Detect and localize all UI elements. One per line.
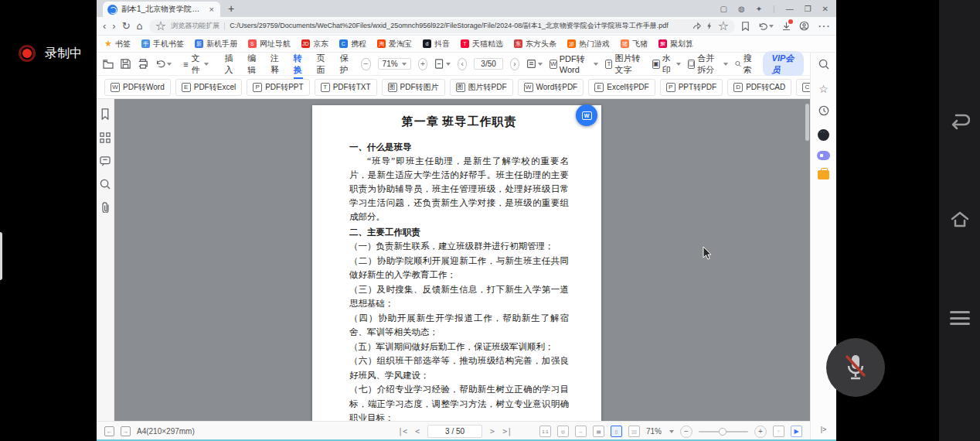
sidebar-star-icon[interactable]: ☆ — [818, 83, 829, 95]
convert-button-8[interactable]: PPPT转PDF — [660, 79, 723, 96]
favorite-star-icon[interactable]: ☆ — [718, 19, 729, 33]
convert-to-word-fab[interactable]: W — [576, 104, 597, 126]
share-icon[interactable] — [692, 22, 701, 30]
convert-button-9[interactable]: DPDF转CAD — [727, 79, 791, 96]
prev-page-icon[interactable]: < — [415, 427, 420, 436]
read-mode-select[interactable] — [526, 59, 543, 69]
bookmark-item-10[interactable]: 游热门游戏 — [567, 39, 610, 50]
fit-width-icon[interactable]: ↔ — [575, 426, 587, 437]
bookmark-panel-icon[interactable] — [100, 108, 111, 123]
games-icon[interactable] — [817, 151, 830, 160]
pdf-menu-tab-0[interactable]: 插入 — [219, 50, 239, 79]
phone-back-button[interactable] — [939, 106, 980, 137]
quick-search[interactable]: 搜索 — [735, 53, 756, 76]
convert-button-1[interactable]: EPDF转Excel — [175, 79, 242, 96]
quick-watermark[interactable]: ▣ 水印 — [652, 53, 681, 76]
edge-swipe-indicator[interactable] — [0, 232, 2, 280]
bookmark-item-7[interactable]: d抖音 — [423, 39, 450, 50]
pdf-menu-tab-5[interactable]: 保护 — [334, 50, 354, 79]
bookmark-item-8[interactable]: T天猫精选 — [461, 39, 503, 50]
autoplay-button[interactable]: ▶ — [791, 426, 802, 437]
zoom-select[interactable]: 71% — [378, 58, 411, 70]
more-menu-icon[interactable]: ··· — [818, 19, 830, 33]
collapse-sidebar-icon[interactable]: |> — [821, 426, 827, 433]
undo-icon[interactable] — [155, 60, 172, 68]
status-zoom-value[interactable]: 71% — [646, 427, 662, 436]
comments-panel-icon[interactable] — [100, 156, 111, 169]
thumbnails-panel-icon[interactable] — [100, 132, 111, 146]
history-undo-icon[interactable] — [758, 22, 774, 30]
bookmark-item-0[interactable]: ★书签 — [104, 39, 131, 50]
minimize-button[interactable]: — — [786, 5, 794, 13]
convert-button-0[interactable]: WPDF转Word — [104, 79, 171, 96]
close-window-button[interactable]: ✕ — [822, 5, 829, 13]
pdf-menu-tab-4[interactable]: 页面 — [311, 50, 332, 79]
convert-button-2[interactable]: PPDF转PPT — [247, 79, 309, 96]
prev-page-circle-icon[interactable]: ‹ — [458, 58, 467, 70]
tab-close-icon[interactable]: × — [208, 5, 216, 14]
convert-button-7[interactable]: EExcel转PDF — [588, 79, 655, 96]
convert-button-5[interactable]: 图图片转PDF — [450, 79, 513, 96]
page-indicator[interactable]: 3/50 — [474, 58, 502, 70]
vertical-scrollbar-thumb[interactable] — [805, 104, 809, 141]
forward-nav-icon[interactable]: › — [112, 21, 115, 31]
maximize-button[interactable]: ❐ — [805, 5, 812, 13]
bookmark-item-1[interactable]: 手手机书签 — [141, 39, 184, 50]
fullscreen-icon[interactable]: ⁘ — [773, 426, 784, 437]
extension-label[interactable]: 浏览器功能扩展 — [171, 21, 219, 31]
status-zoom-out-icon[interactable]: − — [680, 426, 692, 438]
last-page-icon[interactable]: >| — [502, 427, 512, 436]
convert-button-3[interactable]: TPDF转TXT — [315, 79, 377, 96]
address-bar[interactable]: ☆ 浏览器功能扩展 C:/Users/29759/Documents/WeCha… — [149, 19, 735, 33]
back-nav-icon[interactable]: ‹ — [103, 21, 106, 31]
bookmark-item-12[interactable]: 聚聚划算 — [658, 39, 693, 50]
mini-mode-icon[interactable]: ▢ — [720, 5, 726, 13]
zoom-out-icon[interactable]: − — [361, 58, 370, 70]
convert-button-4[interactable]: 图PDF转图片 — [382, 79, 445, 96]
lightning-icon[interactable] — [706, 22, 713, 30]
notification-icon[interactable]: ◍ — [738, 5, 745, 13]
fit-page-icon[interactable]: ◎ — [557, 426, 569, 437]
pdf-menu-tab-3[interactable]: 转换 — [288, 50, 308, 79]
convert-button-6[interactable]: WWord转PDF — [518, 79, 584, 96]
quick-image-to-text[interactable]: T 图片转文字 — [605, 53, 645, 76]
reload-icon[interactable]: ↻ — [122, 21, 131, 31]
vip-member-badge[interactable]: VIP会员 — [763, 51, 804, 77]
sidebar-history-icon[interactable] — [818, 105, 829, 119]
browser-tab[interactable]: 副本1_北京物资学院会计学院班导 × — [103, 2, 220, 17]
url-text[interactable]: C:/Users/29759/Documents/WeChat%20Files/… — [230, 21, 687, 31]
quick-pdf-to-word[interactable]: W PDF转Word — [550, 53, 598, 74]
print-icon[interactable] — [138, 59, 148, 69]
status-page-indicator[interactable]: 3 / 50 — [427, 425, 482, 438]
next-page-circle-icon[interactable]: › — [510, 58, 519, 70]
file-menu[interactable]: ≡ 文件 — [183, 53, 209, 76]
pdf-page[interactable]: 第一章 班导工作职责 一、什么是班导 “班导”即班主任助理，是新生了解学校的重要… — [312, 105, 601, 421]
pdf-menu-tab-1[interactable]: 编辑 — [242, 50, 262, 79]
zoom-slider[interactable] — [699, 431, 748, 432]
single-page-icon[interactable]: ▯ — [611, 426, 622, 437]
actual-size-icon[interactable]: 1:1 — [539, 426, 551, 437]
bookmark-item-11[interactable]: 猪飞猪 — [621, 39, 648, 50]
prev-doc-page-icon[interactable]: ← — [104, 426, 114, 436]
phone-home-button[interactable] — [939, 204, 980, 235]
quick-merge-split[interactable]: ❏ 合并拆分 — [688, 53, 728, 76]
next-page-icon[interactable]: > — [490, 427, 495, 436]
bookmark-item-6[interactable]: 淘爱淘宝 — [377, 39, 412, 50]
next-doc-page-icon[interactable]: → — [121, 426, 131, 436]
fit-page-select[interactable] — [434, 59, 451, 69]
status-zoom-in-icon[interactable]: + — [754, 426, 767, 438]
double-page-icon[interactable]: ▯▯ — [628, 426, 640, 437]
download-icon[interactable] — [782, 22, 791, 31]
extension-icon[interactable]: ☆ — [155, 19, 166, 33]
pdf-menu-tab-2[interactable]: 注释 — [265, 50, 285, 79]
new-tab-button[interactable]: + — [228, 2, 234, 15]
toolbox-icon[interactable] — [818, 170, 829, 179]
bookmark-item-3[interactable]: S网址导航 — [248, 39, 291, 50]
home-icon[interactable]: ⌂ — [137, 21, 143, 31]
skin-theme-icon[interactable]: ✦ — [756, 5, 762, 13]
assistant-sphere-icon[interactable] — [818, 129, 829, 141]
reading-clip-icon[interactable] — [741, 22, 750, 31]
bookmark-item-2[interactable]: 新新机手册 — [195, 39, 237, 50]
bookmark-item-4[interactable]: JD京东 — [301, 39, 328, 50]
sidebar-search-icon[interactable] — [818, 59, 829, 73]
